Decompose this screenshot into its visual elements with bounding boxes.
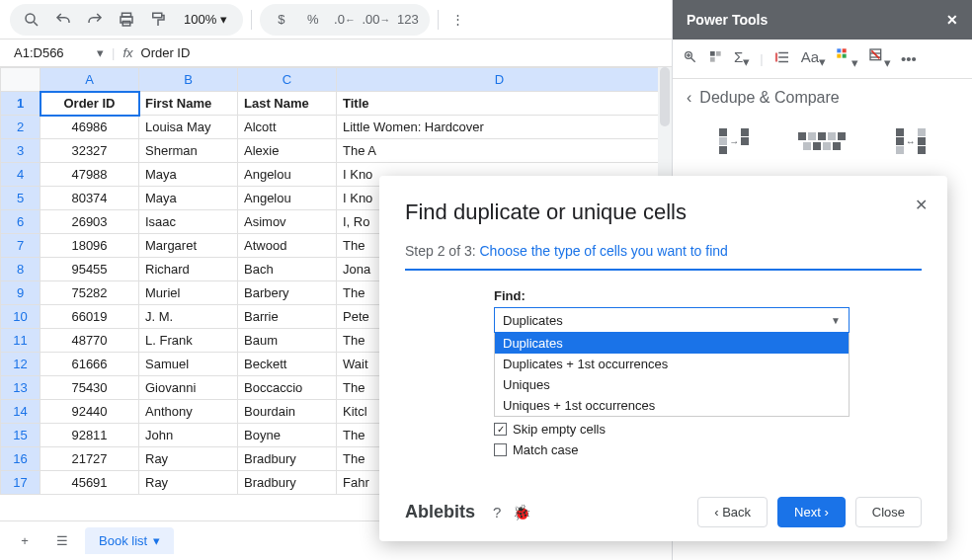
row-header[interactable]: 7 bbox=[1, 234, 40, 258]
cell[interactable]: Angelou bbox=[238, 187, 337, 210]
cell[interactable]: Boccaccio bbox=[238, 376, 337, 400]
cell[interactable]: Angelou bbox=[238, 163, 337, 187]
cell[interactable]: Richard bbox=[139, 258, 238, 281]
cell[interactable]: 92440 bbox=[40, 400, 139, 424]
cell[interactable]: Bradbury bbox=[238, 471, 337, 495]
cell[interactable]: 21727 bbox=[40, 447, 139, 471]
cell[interactable]: Giovanni bbox=[139, 376, 238, 400]
row-header[interactable]: 3 bbox=[1, 139, 40, 163]
cell[interactable]: Baum bbox=[238, 329, 337, 353]
dedupe-icon[interactable] bbox=[708, 49, 724, 68]
cell[interactable]: Ray bbox=[139, 471, 238, 495]
chevron-down-icon[interactable]: ▾ bbox=[153, 533, 160, 548]
font-icon[interactable]: Aa▾ bbox=[801, 48, 826, 69]
cell[interactable]: Little Women: Hardcover bbox=[337, 116, 663, 139]
cell[interactable]: Alcott bbox=[238, 116, 337, 139]
row-header[interactable]: 16 bbox=[1, 447, 40, 471]
cell[interactable]: 32327 bbox=[40, 139, 139, 163]
cell[interactable]: Isaac bbox=[139, 210, 238, 234]
undo-icon[interactable] bbox=[51, 8, 75, 32]
cell[interactable]: 61666 bbox=[40, 353, 139, 376]
row-header[interactable]: 5 bbox=[1, 187, 40, 210]
row-header[interactable]: 15 bbox=[1, 424, 40, 447]
select-option[interactable]: Uniques + 1st occurrences bbox=[495, 395, 849, 416]
row-header[interactable]: 11 bbox=[1, 329, 40, 353]
cell[interactable]: Last Name bbox=[238, 92, 337, 116]
cell[interactable]: 18096 bbox=[40, 234, 139, 258]
cell[interactable]: Boyne bbox=[238, 424, 337, 447]
cell[interactable]: Maya bbox=[139, 163, 238, 187]
cell[interactable]: 80374 bbox=[40, 187, 139, 210]
row-header[interactable]: 8 bbox=[1, 258, 40, 281]
cell[interactable]: 66019 bbox=[40, 305, 139, 329]
paint-format-icon[interactable] bbox=[146, 8, 170, 32]
cell[interactable]: 46986 bbox=[40, 116, 139, 139]
cell[interactable]: Louisa May bbox=[139, 116, 238, 139]
row-header[interactable]: 1 bbox=[1, 92, 40, 116]
more-icon[interactable]: ••• bbox=[901, 50, 917, 67]
cell[interactable]: 92811 bbox=[40, 424, 139, 447]
select-option[interactable]: Uniques bbox=[495, 374, 849, 395]
dedupe-tool-3[interactable]: ↔ bbox=[891, 126, 931, 156]
cell[interactable]: 48770 bbox=[40, 329, 139, 353]
cell[interactable]: L. Frank bbox=[139, 329, 238, 353]
cell[interactable]: 75430 bbox=[40, 376, 139, 400]
decrease-decimal-icon[interactable]: .0← bbox=[333, 8, 357, 32]
smart-toolbar-icon[interactable] bbox=[683, 49, 698, 68]
cell[interactable]: John bbox=[139, 424, 238, 447]
cell[interactable]: Alexie bbox=[238, 139, 337, 163]
cell[interactable]: Beckett bbox=[238, 353, 337, 376]
row-header[interactable]: 12 bbox=[1, 353, 40, 376]
select-option[interactable]: Duplicates + 1st occurrences bbox=[495, 354, 849, 374]
percent-icon[interactable]: % bbox=[301, 8, 325, 32]
cell[interactable]: Samuel bbox=[139, 353, 238, 376]
cell[interactable]: Ray bbox=[139, 447, 238, 471]
row-header[interactable]: 2 bbox=[1, 116, 40, 139]
cell[interactable]: Atwood bbox=[238, 234, 337, 258]
select-all-corner[interactable] bbox=[1, 68, 40, 92]
row-header[interactable]: 13 bbox=[1, 376, 40, 400]
row-header[interactable]: 9 bbox=[1, 281, 40, 305]
cell[interactable]: Anthony bbox=[139, 400, 238, 424]
number-format[interactable]: 123 bbox=[396, 8, 420, 32]
all-sheets-icon[interactable]: ☰ bbox=[47, 526, 77, 556]
close-button[interactable]: Close bbox=[855, 497, 922, 527]
close-icon[interactable]: ✕ bbox=[915, 196, 928, 214]
grid-tool-icon[interactable]: ▾ bbox=[836, 47, 858, 70]
back-button[interactable]: ‹ Back bbox=[697, 497, 768, 527]
cell[interactable]: Bach bbox=[238, 258, 337, 281]
col-header-b[interactable]: B bbox=[139, 68, 238, 92]
row-header[interactable]: 17 bbox=[1, 471, 40, 495]
cell[interactable]: Bourdain bbox=[238, 400, 337, 424]
cell[interactable]: Sherman bbox=[139, 139, 238, 163]
cell[interactable]: Muriel bbox=[139, 281, 238, 305]
redo-icon[interactable] bbox=[83, 8, 107, 32]
print-icon[interactable] bbox=[115, 8, 138, 32]
add-sheet-icon[interactable]: + bbox=[10, 526, 40, 556]
cell[interactable]: Barbery bbox=[238, 281, 337, 305]
sidebar-section-header[interactable]: ‹ Dedupe & Compare bbox=[673, 79, 972, 117]
bug-icon[interactable]: 🐞 bbox=[513, 504, 531, 521]
cell[interactable]: Bradbury bbox=[238, 447, 337, 471]
name-box[interactable]: A1:D566 bbox=[10, 43, 89, 62]
cell[interactable]: 45691 bbox=[40, 471, 139, 495]
row-header[interactable]: 10 bbox=[1, 305, 40, 329]
cell[interactable]: Margaret bbox=[139, 234, 238, 258]
sheet-tab-active[interactable]: Book list▾ bbox=[85, 527, 174, 554]
row-header[interactable]: 14 bbox=[1, 400, 40, 424]
search-icon[interactable] bbox=[20, 8, 43, 32]
cell[interactable]: Order ID bbox=[40, 92, 139, 116]
zoom-level[interactable]: 100% ▾ bbox=[178, 12, 233, 27]
dedupe-tool-1[interactable]: → bbox=[714, 126, 754, 156]
cell[interactable]: Maya bbox=[139, 187, 238, 210]
find-type-select[interactable]: Duplicates ▼ Duplicates Duplicates + 1st… bbox=[494, 307, 850, 333]
match-case-checkbox[interactable]: Match case bbox=[494, 442, 922, 457]
cell[interactable]: 47988 bbox=[40, 163, 139, 187]
cell[interactable]: 26903 bbox=[40, 210, 139, 234]
increase-decimal-icon[interactable]: .00→ bbox=[364, 8, 388, 32]
text-tool-icon[interactable] bbox=[773, 48, 791, 69]
dedupe-tool-2[interactable] bbox=[797, 126, 847, 156]
cell[interactable]: Title bbox=[337, 92, 663, 116]
cell[interactable]: The A bbox=[337, 139, 663, 163]
col-header-d[interactable]: D bbox=[337, 68, 663, 92]
